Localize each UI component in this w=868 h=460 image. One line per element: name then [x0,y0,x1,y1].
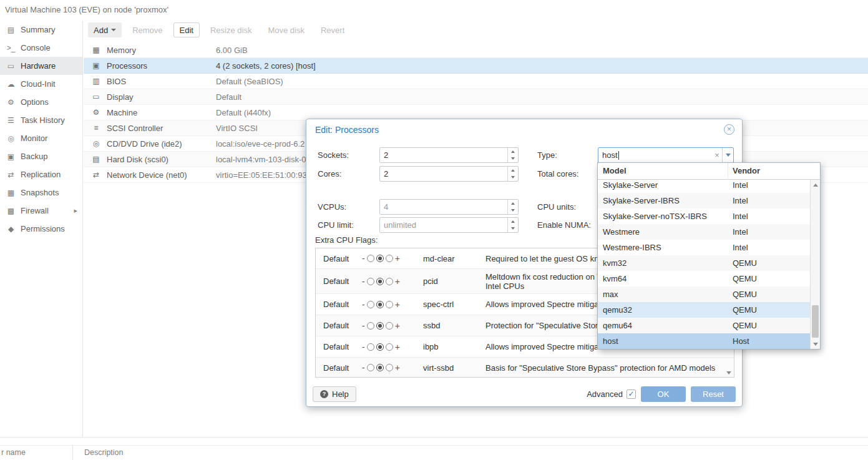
dropdown-item-skylake-server[interactable]: Skylake-ServerIntel [598,180,810,193]
sidebar-item-label: Snapshots [21,188,59,197]
item-vendor: QEMU [733,286,757,302]
dropdown-item-host[interactable]: hostHost [598,333,810,349]
radio-yes-icon[interactable] [386,322,393,330]
radio-default-icon[interactable] [376,364,384,371]
revert-button[interactable]: Revert [315,22,350,37]
cpu-limit-field[interactable]: unlimited [379,217,519,233]
radio-no-icon[interactable] [367,364,374,371]
log-column-description[interactable]: Description [73,446,124,460]
close-icon[interactable]: × [724,124,734,135]
flag-toggle[interactable]: -+ [362,300,423,310]
item-model: kvm64 [603,274,627,283]
sidebar-item-monitor[interactable]: ◎Monitor [0,129,82,147]
radio-default-icon[interactable] [376,278,384,285]
clear-icon[interactable]: × [712,150,722,160]
cpu-limit-spinner[interactable] [507,218,518,232]
table-row-display[interactable]: ▭DisplayDefault [84,89,868,105]
sidebar-item-options[interactable]: ⚙Options [0,93,82,111]
vcpus-field[interactable]: 4 [379,199,519,215]
dropdown-item-kvm64[interactable]: kvm64QEMU [598,271,810,286]
flag-toggle[interactable]: -+ [362,253,423,263]
text-cursor [618,151,619,160]
radio-default-icon[interactable] [376,343,384,351]
radio-no-icon[interactable] [367,301,374,308]
radio-yes-icon[interactable] [386,301,393,308]
sidebar-item-console[interactable]: >_Console [0,39,82,57]
flag-toggle[interactable]: -+ [362,321,423,331]
dropdown-scrollbar[interactable] [810,180,820,349]
flag-name: virt-ssbd [423,363,485,373]
cores-field[interactable]: 2 [379,166,519,182]
scrollbar-thumb[interactable] [812,305,819,338]
radio-no-icon[interactable] [367,278,374,285]
radio-default-icon[interactable] [376,301,384,308]
log-column-user-name[interactable]: r name [0,446,73,460]
sidebar-item-replication[interactable]: ⇄Replication [0,165,82,184]
cores-spinner[interactable] [507,167,518,181]
hardware-icon: ▭ [6,62,16,71]
radio-no-icon[interactable] [367,255,374,262]
flag-toggle[interactable]: -+ [362,363,423,373]
help-icon: ? [320,390,328,398]
radio-yes-icon[interactable] [386,255,393,262]
sidebar-item-hardware[interactable]: ▭Hardware [0,57,82,75]
move-disk-button-label: Move disk [268,26,305,35]
sockets-spinner[interactable] [507,148,518,162]
sidebar-item-permissions[interactable]: ◆Permissions [0,220,82,238]
scroll-down-icon[interactable] [811,339,820,349]
sidebar-item-firewall[interactable]: ▩Firewall▸ [0,202,82,220]
remove-button[interactable]: Remove [127,22,168,37]
item-model: host [603,336,618,346]
dropdown-item-qemu32[interactable]: qemu32QEMU [598,302,810,318]
scroll-down-icon[interactable] [726,371,731,374]
help-button[interactable]: ?Help [313,386,356,402]
radio-yes-icon[interactable] [386,278,393,285]
dropdown-item-skylake-server-ibrs[interactable]: Skylake-Server-IBRSIntel [598,193,810,208]
move-disk-button[interactable]: Move disk [262,22,310,37]
radio-no-icon[interactable] [367,343,374,351]
row-value: 6.00 GiB [216,46,868,55]
sidebar-item-backup[interactable]: ▣Backup [0,147,82,165]
sidebar-item-summary[interactable]: ▤Summary [0,21,82,39]
dropdown-item-max[interactable]: maxQEMU [598,286,810,302]
reset-button[interactable]: Reset [691,386,736,402]
type-combobox[interactable]: host × [598,147,734,163]
radio-yes-icon[interactable] [386,343,393,351]
ok-button[interactable]: OK [641,386,686,402]
advanced-checkbox[interactable]: ✓ [627,389,636,399]
vcpus-label: VCPUs: [318,199,346,215]
edit-button[interactable]: Edit [173,22,200,37]
dropdown-item-qemu64[interactable]: qemu64QEMU [598,318,810,333]
radio-yes-icon[interactable] [386,364,393,371]
table-row-processors[interactable]: ▣Processors4 (2 sockets, 2 cores) [host] [84,58,868,74]
key-icon: ◆ [6,225,16,233]
item-vendor: Intel [733,180,748,193]
scroll-up-icon[interactable] [811,180,820,190]
flag-toggle[interactable]: -+ [362,276,423,286]
resize-disk-button[interactable]: Resize disk [205,22,257,37]
dropdown-item-kvm32[interactable]: kvm32QEMU [598,255,810,271]
radio-default-icon[interactable] [376,255,384,262]
sidebar-item-cloud-init[interactable]: ☁Cloud-Init [0,75,82,93]
enable-numa-label: Enable NUMA: [537,217,591,233]
add-button[interactable]: Add [88,22,122,37]
edit-button-label: Edit [180,26,193,35]
caret-down-icon [111,29,116,31]
cores-label: Cores: [318,166,341,182]
dropdown-header: Model Vendor [598,163,820,180]
dropdown-item-westmere-ibrs[interactable]: Westmere-IBRSIntel [598,240,810,255]
vcpus-spinner[interactable] [507,200,518,214]
table-row-bios[interactable]: ▥BIOSDefault (SeaBIOS) [84,74,868,89]
dropdown-item-skylake-server-notsx-ibrs[interactable]: Skylake-Server-noTSX-IBRSIntel [598,208,810,224]
sidebar-item-label: Permissions [21,224,65,233]
sidebar-item-snapshots[interactable]: ▦Snapshots [0,184,82,202]
table-row-memory[interactable]: ▦Memory6.00 GiB [84,42,868,58]
sidebar-item-task-history[interactable]: ☰Task History [0,111,82,129]
radio-no-icon[interactable] [367,322,374,330]
radio-default-icon[interactable] [376,322,384,330]
combo-dropdown-trigger[interactable] [722,148,733,162]
dropdown-item-westmere[interactable]: WestmereIntel [598,224,810,240]
sockets-field[interactable]: 2 [379,147,519,163]
add-button-label: Add [94,26,108,35]
flag-toggle[interactable]: -+ [362,342,423,352]
